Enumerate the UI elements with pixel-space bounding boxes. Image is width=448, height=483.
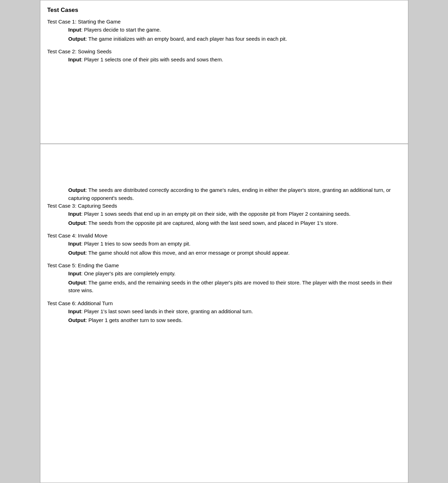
- input-label-1: Input: [68, 27, 81, 33]
- test-case-5-output: Output: The game ends, and the remaining…: [47, 279, 401, 295]
- output-text-6: : Player 1 gets another turn to sow seed…: [86, 317, 183, 323]
- test-case-5-input: Input: One player's pits are completely …: [47, 270, 401, 278]
- input-label-3: Input: [68, 211, 81, 217]
- test-case-5: Test Case 5: Ending the Game Input: One …: [47, 262, 401, 295]
- top-section: Test Cases Test Case 1: Starting the Gam…: [40, 0, 408, 144]
- output-label-6: Output: [68, 317, 86, 323]
- spacer: [47, 144, 401, 186]
- test-case-1-title: Test Case 1: Starting the Game: [47, 19, 401, 25]
- input-label-2: Input: [68, 56, 81, 62]
- test-case-4-input: Input: Player 1 tries to sow seeds from …: [47, 240, 401, 248]
- output-label-4: Output: [68, 250, 86, 256]
- page-wrapper: Test Cases Test Case 1: Starting the Gam…: [40, 0, 408, 483]
- test-case-2-input: Input: Player 1 selects one of their pit…: [47, 56, 401, 64]
- test-case-6-output: Output: Player 1 gets another turn to so…: [47, 316, 401, 324]
- output-continuation-label: Output: [68, 187, 86, 193]
- test-case-3-output: Output: The seeds from the opposite pit …: [47, 219, 401, 227]
- input-label-4: Input: [68, 241, 81, 247]
- output-continuation: Output: The seeds are distributed correc…: [47, 186, 401, 202]
- input-text-4: : Player 1 tries to sow seeds from an em…: [81, 241, 190, 247]
- output-text-1: : The game initializes with an empty boa…: [86, 36, 287, 42]
- output-text-3: : The seeds from the opposite pit are ca…: [86, 220, 338, 226]
- input-text-2: : Player 1 selects one of their pits wit…: [81, 56, 223, 62]
- test-case-4: Test Case 4: Invalid Move Input: Player …: [47, 233, 401, 257]
- input-label-6: Input: [68, 308, 81, 314]
- input-text-6: : Player 1's last sown seed lands in the…: [81, 308, 253, 314]
- output-label-3: Output: [68, 220, 86, 226]
- test-case-2-title: Test Case 2: Sowing Seeds: [47, 48, 401, 54]
- test-case-6-input: Input: Player 1's last sown seed lands i…: [47, 308, 401, 316]
- output-text-5: : The game ends, and the remaining seeds…: [68, 280, 393, 294]
- page-title: Test Cases: [47, 7, 401, 14]
- test-case-1-output: Output: The game initializes with an emp…: [47, 35, 401, 43]
- output-label-1: Output: [68, 36, 86, 42]
- test-case-3-title: Test Case 3: Capturing Seeds: [47, 203, 401, 209]
- test-case-4-output: Output: The game should not allow this m…: [47, 249, 401, 257]
- output-label-5: Output: [68, 280, 86, 286]
- input-text-3: : Player 1 sows seeds that end up in an …: [81, 211, 350, 217]
- test-case-5-title: Test Case 5: Ending the Game: [47, 262, 401, 268]
- test-case-1: Test Case 1: Starting the Game Input: Pl…: [47, 19, 401, 43]
- test-case-6-title: Test Case 6: Additional Turn: [47, 300, 401, 306]
- test-case-1-input: Input: Players decide to start the game.: [47, 26, 401, 34]
- output-text-4: : The game should not allow this move, a…: [86, 250, 290, 256]
- bottom-section: Output: The seeds are distributed correc…: [40, 144, 408, 341]
- test-case-3: Test Case 3: Capturing Seeds Input: Play…: [47, 203, 401, 227]
- test-case-4-title: Test Case 4: Invalid Move: [47, 233, 401, 239]
- test-case-2: Test Case 2: Sowing Seeds Input: Player …: [47, 48, 401, 64]
- output-continuation-text: : The seeds are distributed correctly ac…: [68, 187, 391, 201]
- test-case-3-input: Input: Player 1 sows seeds that end up i…: [47, 210, 401, 218]
- test-case-6: Test Case 6: Additional Turn Input: Play…: [47, 300, 401, 324]
- input-text-5: : One player's pits are completely empty…: [81, 270, 175, 276]
- input-text-1: : Players decide to start the game.: [81, 27, 161, 33]
- input-label-5: Input: [68, 270, 81, 276]
